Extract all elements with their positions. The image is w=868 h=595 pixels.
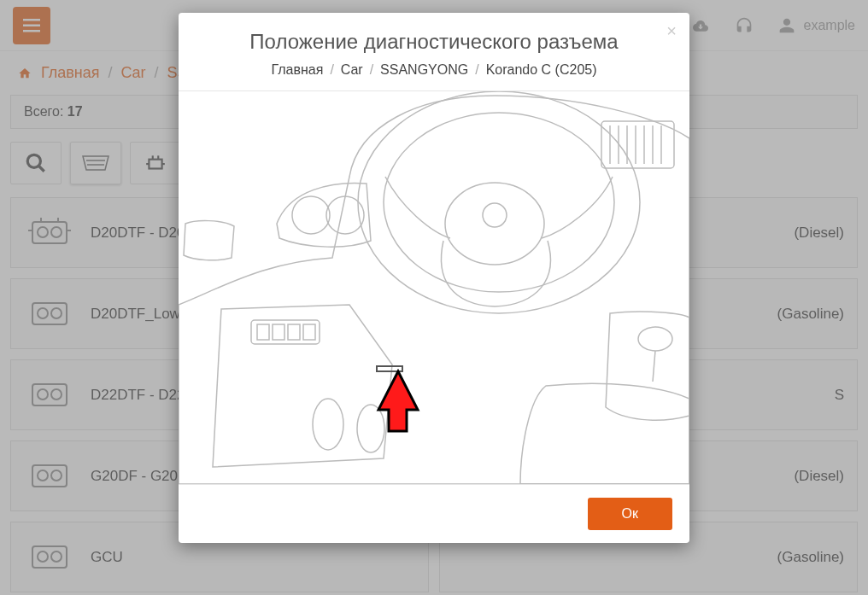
svg-rect-54 — [251, 320, 320, 344]
ok-button[interactable]: Ок — [588, 498, 672, 530]
svg-point-42 — [445, 183, 544, 265]
modal-body — [179, 91, 689, 484]
svg-point-40 — [358, 91, 640, 313]
svg-point-60 — [357, 405, 384, 452]
modal-title: Положение диагностического разъема — [200, 30, 668, 54]
modal-breadcrumb: Главная/Car/SSANGYONG/Korando C (C205) — [200, 62, 668, 78]
svg-point-59 — [313, 399, 343, 450]
modal-breadcrumb-item: Car — [341, 62, 363, 77]
modal-footer: Ок — [179, 484, 689, 543]
svg-rect-56 — [273, 324, 284, 340]
modal-breadcrumb-item: SSANGYONG — [380, 62, 468, 77]
modal-overlay[interactable]: × Положение диагностического разъема Гла… — [0, 0, 868, 595]
modal-breadcrumb-item: Korando C (C205) — [486, 62, 597, 77]
svg-rect-58 — [303, 324, 315, 340]
modal-header: × Положение диагностического разъема Гла… — [179, 13, 689, 91]
svg-rect-55 — [257, 324, 269, 340]
modal-breadcrumb-item: Главная — [271, 62, 323, 77]
svg-point-38 — [292, 196, 330, 234]
svg-rect-44 — [601, 121, 674, 168]
close-icon[interactable]: × — [666, 21, 677, 41]
svg-rect-57 — [288, 324, 300, 340]
svg-point-43 — [483, 203, 507, 227]
dashboard-diagram — [179, 91, 689, 484]
svg-line-53 — [653, 351, 655, 382]
svg-point-52 — [638, 327, 672, 351]
connector-location-modal: × Положение диагностического разъема Гла… — [179, 13, 689, 543]
